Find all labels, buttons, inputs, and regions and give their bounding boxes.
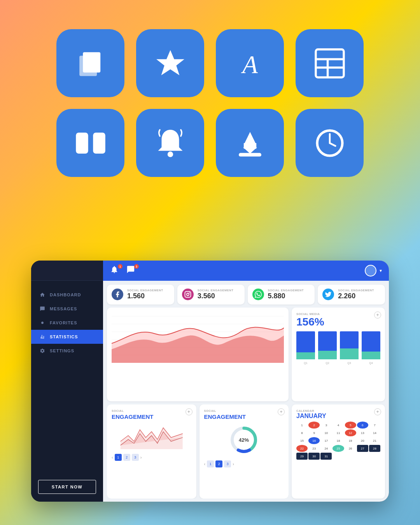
cal-day[interactable]: 3 xyxy=(320,422,332,429)
engagement-line-chart-card: + Social ENGAGEMENT ‹ 1 2 3 › xyxy=(107,404,196,499)
sidebar-item-statistics[interactable]: Statistics xyxy=(31,330,103,344)
message-button[interactable]: 3 xyxy=(126,265,137,276)
stat-card-twitter[interactable]: Social Engagement 2.260 xyxy=(318,285,385,304)
cal-day-22[interactable]: 22 xyxy=(296,445,308,452)
charts-area: + Social Media 156% Q1 xyxy=(103,308,389,502)
favorites-nav-icon xyxy=(40,320,45,326)
cal-day-30[interactable]: 30 xyxy=(308,453,320,460)
cal-day[interactable]: 4 xyxy=(332,422,344,429)
sidebar-item-favorites[interactable]: Favorites xyxy=(31,316,103,330)
next-page-1[interactable]: › xyxy=(140,455,142,460)
sidebar-item-dashboard[interactable]: Dashboard xyxy=(31,288,103,302)
page-2-btn-3[interactable]: 3 xyxy=(224,460,231,467)
donut-chart: 42% xyxy=(204,422,284,457)
whatsapp-icon xyxy=(252,289,264,300)
cal-day[interactable]: 18 xyxy=(332,437,344,444)
page-1-btn-3[interactable]: 3 xyxy=(132,454,139,461)
sidebar-item-messages[interactable]: Messages xyxy=(31,302,103,316)
svg-point-26 xyxy=(189,292,190,293)
cal-day-16[interactable]: 16 xyxy=(308,437,320,444)
sidebar-item-settings[interactable]: Settings xyxy=(31,344,103,358)
svg-rect-24 xyxy=(185,292,191,298)
cal-day-29[interactable]: 29 xyxy=(296,453,308,460)
app-icon-favorites[interactable] xyxy=(136,29,204,97)
page-2-btn-2[interactable]: 2 xyxy=(215,460,222,467)
chevron-down-icon: ▾ xyxy=(380,268,382,273)
stat-info-whatsapp: Social Engagement 5.880 xyxy=(268,289,304,301)
svg-text:42%: 42% xyxy=(239,437,249,443)
calendar-card: + Calendar JANUARY 1 2 3 4 5 6 7 8 9 10 … xyxy=(292,404,385,499)
notification-button[interactable]: 1 xyxy=(110,265,121,276)
engagement-line-svg xyxy=(112,420,192,449)
cal-day[interactable]: 14 xyxy=(369,429,380,436)
page-1-btn-2[interactable]: 2 xyxy=(123,454,130,461)
cal-day-25[interactable]: 25 xyxy=(332,445,344,452)
ig-svg xyxy=(184,291,191,298)
user-menu[interactable]: ▾ xyxy=(365,265,382,276)
svg-rect-12 xyxy=(93,133,105,154)
calendar-grid: 1 2 3 4 5 6 7 8 9 10 11 12 13 14 15 xyxy=(296,422,380,460)
bar-group-q3: Q3 xyxy=(340,331,359,364)
settings-icon xyxy=(40,348,45,354)
app-icon-clock[interactable] xyxy=(296,109,364,177)
main-content: 1 3 ▾ Social Engagement 1. xyxy=(103,261,389,502)
cal-day[interactable]: 26 xyxy=(345,445,356,452)
page-1-btn-1[interactable]: 1 xyxy=(115,454,122,461)
cal-day[interactable]: 7 xyxy=(369,422,380,429)
wa-svg xyxy=(255,291,262,298)
sidebar-view-icon xyxy=(73,126,108,161)
tw-svg xyxy=(325,291,332,298)
engagement-left-container: + Social ENGAGEMENT ‹ 1 2 3 › xyxy=(107,404,289,499)
stat-card-instagram[interactable]: Social Engagement 3.560 xyxy=(177,285,245,304)
stat-card-facebook[interactable]: Social Engagement 1.560 xyxy=(107,285,174,304)
app-icon-documents[interactable] xyxy=(56,29,124,97)
cal-day-28[interactable]: 28 xyxy=(369,445,380,452)
documents-icon xyxy=(73,46,108,81)
next-page-2[interactable]: › xyxy=(233,462,234,466)
cal-day[interactable]: 24 xyxy=(320,445,332,452)
app-icon-notifications[interactable] xyxy=(136,109,204,177)
svg-marker-17 xyxy=(243,132,256,145)
svg-rect-7 xyxy=(316,49,344,77)
cal-day[interactable]: 9 xyxy=(308,429,320,436)
app-icons-grid: A xyxy=(0,0,420,192)
statistics-icon xyxy=(40,334,45,340)
avatar xyxy=(365,265,376,276)
cal-day[interactable]: 8 xyxy=(296,429,308,436)
cal-day[interactable]: 20 xyxy=(357,437,368,444)
expand-icon-2[interactable]: + xyxy=(186,408,192,415)
stat-card-whatsapp[interactable]: Social Engagement 5.880 xyxy=(248,285,315,304)
cal-day[interactable]: 15 xyxy=(296,437,308,444)
prev-page-1[interactable]: ‹ xyxy=(112,455,113,460)
topbar: 1 3 ▾ xyxy=(103,261,389,281)
cal-day[interactable]: 5 xyxy=(345,422,356,429)
cal-day[interactable]: 17 xyxy=(320,437,332,444)
page-2-btn-1[interactable]: 1 xyxy=(207,460,214,467)
engagement-donut-card: + Social ENGAGEMENT 42% ‹ xyxy=(200,404,289,499)
messages-icon xyxy=(40,306,45,312)
instagram-icon xyxy=(182,289,194,300)
layout-icon xyxy=(312,46,347,81)
app-icon-sidebar-view[interactable] xyxy=(56,109,124,177)
cal-day[interactable]: 21 xyxy=(369,437,380,444)
cal-day-6[interactable]: 6 xyxy=(357,422,368,429)
cal-day[interactable]: 23 xyxy=(308,445,320,452)
pagination-2: ‹ 1 2 3 › xyxy=(204,460,284,467)
cal-day[interactable]: 11 xyxy=(332,429,344,436)
expand-icon[interactable]: + xyxy=(374,312,381,318)
cal-day-27[interactable]: 27 xyxy=(357,445,368,452)
app-icon-layout[interactable] xyxy=(296,29,364,97)
cal-day-12[interactable]: 12 xyxy=(345,429,356,436)
app-icon-download[interactable] xyxy=(216,109,284,177)
svg-text:A: A xyxy=(241,51,258,79)
prev-page-2[interactable]: ‹ xyxy=(204,462,206,466)
app-icon-fonts[interactable]: A xyxy=(216,29,284,97)
bar-chart: Q1 Q2 Q3 xyxy=(296,331,380,364)
start-now-button[interactable]: START NOW xyxy=(38,480,96,494)
cal-day[interactable]: 1 xyxy=(296,422,308,429)
cal-day[interactable]: 13 xyxy=(357,429,368,436)
cal-day-31[interactable]: 31 xyxy=(320,453,332,460)
cal-day[interactable]: 2 xyxy=(308,422,320,429)
cal-day[interactable]: 10 xyxy=(320,429,332,436)
cal-day[interactable]: 19 xyxy=(345,437,356,444)
